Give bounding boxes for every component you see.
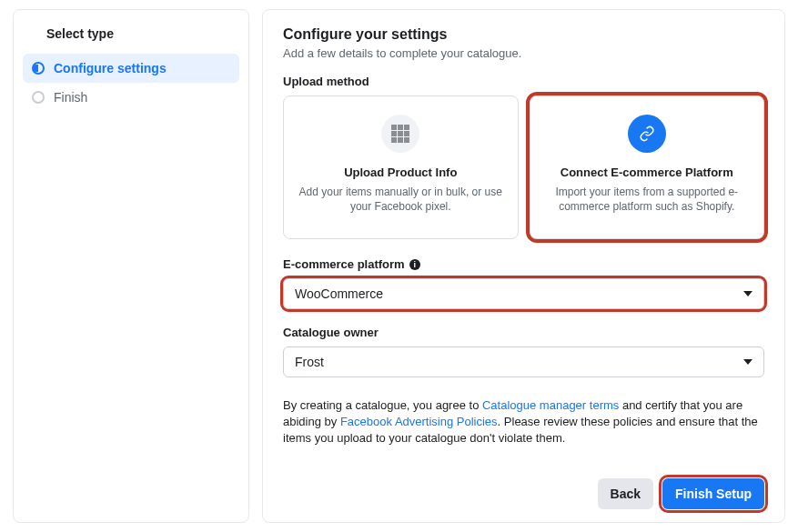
step-label: Finish	[54, 90, 87, 105]
select-value: Frost	[295, 355, 324, 369]
card-title: Upload Product Info	[344, 166, 457, 179]
main-panel: Configure your settings Add a few detail…	[262, 9, 785, 523]
step-indicator-icon	[32, 62, 45, 75]
chevron-down-icon	[743, 291, 753, 296]
back-button[interactable]: Back	[598, 478, 653, 509]
finish-setup-button[interactable]: Finish Setup	[662, 478, 764, 509]
card-connect-ecommerce[interactable]: Connect E-commerce Platform Import your …	[530, 95, 765, 239]
link-advertising-policies[interactable]: Facebook Advertising Policies	[340, 415, 498, 428]
link-catalogue-terms[interactable]: Catalogue manager terms	[482, 398, 619, 412]
step-indicator-icon	[32, 91, 45, 104]
upload-method-cards: Upload Product Info Add your items manua…	[283, 95, 764, 239]
upload-method-label: Upload method	[283, 75, 764, 88]
page-title: Configure your settings	[283, 26, 764, 43]
footer-actions: Back Finish Setup	[283, 466, 764, 509]
ecommerce-platform-select[interactable]: WooCommerce	[283, 278, 764, 309]
chevron-down-icon	[743, 359, 753, 365]
link-icon	[628, 115, 666, 153]
sidebar-step-finish[interactable]: Finish	[23, 83, 239, 112]
catalogue-owner-label: Catalogue owner	[283, 326, 764, 339]
select-value: WooCommerce	[295, 286, 383, 301]
sidebar-step-configure[interactable]: Configure settings	[23, 54, 239, 83]
sidebar-title: Select type	[23, 26, 239, 54]
grid-icon	[381, 115, 419, 153]
info-icon[interactable]: i	[409, 259, 420, 270]
catalogue-owner-select[interactable]: Frost	[283, 346, 764, 377]
card-upload-product-info[interactable]: Upload Product Info Add your items manua…	[283, 95, 519, 239]
terms-text: By creating a catalogue, you agree to Ca…	[283, 397, 764, 447]
card-desc: Import your items from a supported e-com…	[543, 185, 752, 214]
step-label: Configure settings	[54, 61, 167, 75]
sidebar: Select type Configure settings Finish	[13, 9, 249, 523]
card-title: Connect E-commerce Platform	[561, 166, 733, 179]
ecommerce-platform-label: E-commerce platform i	[283, 257, 764, 271]
card-desc: Add your items manually or in bulk, or u…	[297, 185, 505, 214]
page-subtitle: Add a few details to complete your catal…	[283, 46, 764, 60]
